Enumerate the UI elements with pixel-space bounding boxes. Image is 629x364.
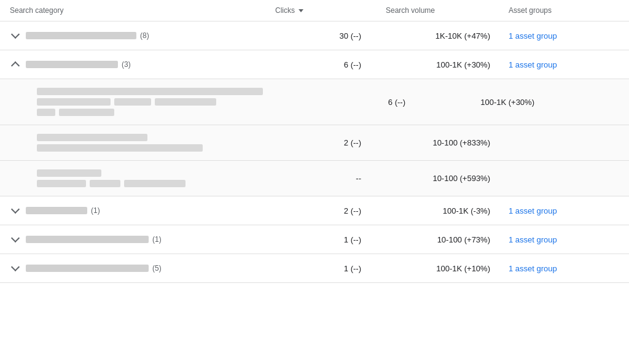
asset-group-link[interactable]: 1 asset group [509,60,619,69]
clicks-value: 2 (--) [275,138,386,147]
sort-arrow-icon [299,9,303,12]
asset-group-link[interactable]: 1 asset group [509,235,619,244]
row-category: (8) [10,30,275,41]
search-volume-value: 1K-10K (+47%) [386,31,509,41]
category-name: (1) [26,235,162,244]
blurred-line [37,169,101,177]
category-name: (3) [26,60,131,69]
search-volume-value: 10-100 (+833%) [386,138,509,147]
chevron-up-icon[interactable] [10,59,21,70]
chevron-down-icon[interactable] [10,234,21,245]
child-category-content [37,169,275,187]
count-badge: (3) [122,60,131,69]
table-row: (3) 6 (--) 100-1K (+30%) 1 asset group [0,50,629,79]
blurred-line [37,144,203,152]
blurred-line [37,98,111,106]
blurred-category-text [26,61,118,68]
chevron-down-icon[interactable] [10,30,21,41]
header-asset-groups: Asset groups [509,6,619,15]
category-name: (5) [26,264,162,273]
child-category-content [37,134,275,152]
blurred-category-text [26,236,149,243]
count-badge: (5) [152,264,162,273]
header-search-category: Search category [10,6,275,15]
clicks-value: 6 (--) [275,60,386,69]
chevron-down-icon[interactable] [10,263,21,274]
table-header: Search category Clicks Search volume Ass… [0,0,629,21]
category-name: (1) [26,206,100,215]
blurred-line [155,98,216,106]
blurred-line [59,109,114,116]
blurred-line [124,180,186,187]
table-row: 2 (--) 10-100 (+833%) [0,125,629,161]
search-volume-value: 100-1K (+10%) [386,264,509,273]
row-category: (1) [10,205,275,216]
child-rows-section: 6 (--) 100-1K (+30%) 2 (--) 10-100 (+833… [0,79,629,196]
count-badge: (1) [91,206,100,215]
blurred-category-text [26,32,136,39]
search-volume-value: 10-100 (+73%) [386,235,509,244]
table-row: (1) 2 (--) 100-1K (-3%) 1 asset group [0,196,629,225]
asset-group-link[interactable]: 1 asset group [509,31,619,41]
table-row: (5) 1 (--) 100-1K (+10%) 1 asset group [0,254,629,283]
blurred-line [37,88,263,95]
row-category: (3) [10,59,275,70]
blurred-line [37,109,55,116]
blurred-line [37,180,86,187]
blurred-category-text [26,207,87,214]
header-clicks[interactable]: Clicks [275,6,386,15]
category-name: (8) [26,31,149,40]
search-volume-value: 100-1K (-3%) [386,206,509,215]
clicks-value: 6 (--) [319,98,430,107]
search-volume-value: 100-1K (+30%) [430,98,553,107]
blurred-line [114,98,151,106]
count-badge: (1) [152,235,162,244]
header-search-volume: Search volume [386,6,509,15]
table-row: 6 (--) 100-1K (+30%) [0,79,629,125]
table-row: (8) 30 (--) 1K-10K (+47%) 1 asset group [0,21,629,50]
blurred-category-text [26,265,149,272]
child-category-content [37,88,319,116]
asset-group-link[interactable]: 1 asset group [509,264,619,273]
row-category: (1) [10,234,275,245]
search-volume-value: 10-100 (+593%) [386,174,509,183]
blurred-line [37,134,147,141]
row-category: (5) [10,263,275,274]
count-badge: (8) [140,31,149,40]
clicks-value: -- [275,174,386,183]
search-category-table: Search category Clicks Search volume Ass… [0,0,629,283]
search-volume-value: 100-1K (+30%) [386,60,509,69]
table-row: (1) 1 (--) 10-100 (+73%) 1 asset group [0,225,629,254]
asset-group-link[interactable]: 1 asset group [509,206,619,215]
clicks-value: 1 (--) [275,235,386,244]
blurred-line [90,180,120,187]
chevron-down-icon[interactable] [10,205,21,216]
clicks-value: 2 (--) [275,206,386,215]
table-row: -- 10-100 (+593%) [0,161,629,196]
clicks-value: 30 (--) [275,31,386,41]
clicks-value: 1 (--) [275,264,386,273]
